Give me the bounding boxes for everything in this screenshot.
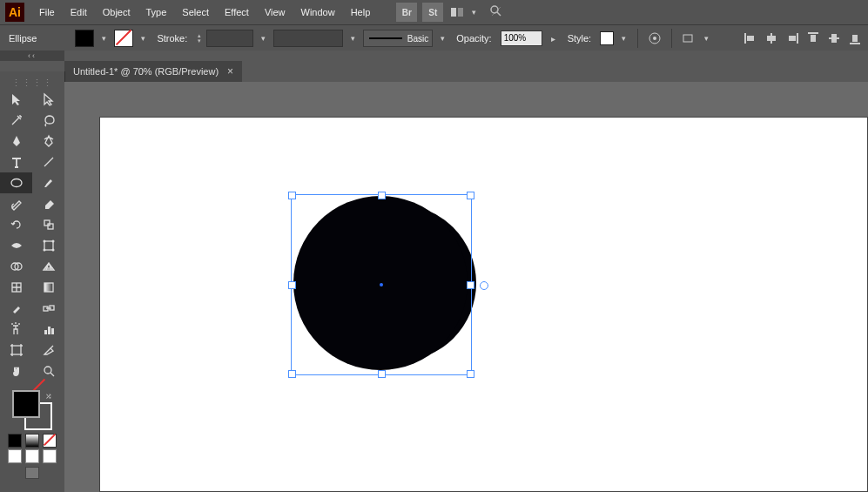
pen-tool[interactable]: [0, 131, 32, 152]
resize-handle-bottom-mid[interactable]: [378, 370, 386, 378]
draw-normal-icon[interactable]: [8, 449, 22, 463]
align-to-icon[interactable]: [681, 30, 696, 46]
resize-handle-top-mid[interactable]: [378, 192, 386, 199]
menu-help[interactable]: Help: [343, 0, 379, 24]
curvature-tool[interactable]: [32, 131, 64, 152]
chevron-down-icon[interactable]: ▾: [351, 34, 355, 43]
eyedropper-tool[interactable]: [0, 298, 32, 319]
magic-wand-tool[interactable]: [0, 110, 32, 131]
menu-view[interactable]: View: [257, 0, 293, 24]
opacity-field[interactable]: 100%: [501, 30, 542, 46]
align-hcenter-icon[interactable]: [764, 30, 779, 46]
align-right-icon[interactable]: [784, 30, 800, 46]
svg-point-24: [51, 240, 54, 243]
resize-handle-mid-left[interactable]: [288, 281, 296, 289]
menu-effect[interactable]: Effect: [217, 0, 257, 24]
menu-window[interactable]: Window: [293, 0, 343, 24]
draw-mode-row: [0, 449, 64, 463]
resize-handle-top-right[interactable]: [467, 192, 474, 199]
panel-grip-icon[interactable]: ⋮⋮⋮⋮: [0, 78, 64, 89]
fill-stroke-indicator[interactable]: ⤮: [12, 390, 52, 430]
draw-inside-icon[interactable]: [43, 449, 57, 463]
chevron-down-icon[interactable]: ▾: [622, 34, 626, 43]
svg-line-3: [497, 12, 501, 16]
pencil-tool[interactable]: [0, 193, 32, 214]
workspace-switcher[interactable]: ▾: [451, 6, 476, 18]
graphic-style-swatch[interactable]: [600, 31, 614, 45]
free-transform-tool[interactable]: [32, 235, 64, 256]
hand-tool[interactable]: [0, 361, 32, 381]
canvas-area[interactable]: [64, 82, 868, 492]
mesh-tool[interactable]: [0, 277, 32, 298]
menu-object[interactable]: Object: [95, 0, 138, 24]
document-tab[interactable]: Untitled-1* @ 70% (RGB/Preview) ×: [64, 61, 242, 82]
stroke-weight-stepper[interactable]: ▴▾: [198, 33, 201, 44]
stroke-swatch[interactable]: [114, 30, 133, 47]
opacity-flyout-icon[interactable]: ▸: [551, 34, 555, 44]
color-mode-none[interactable]: [43, 434, 57, 448]
gradient-tool[interactable]: [32, 277, 64, 298]
resize-handle-top-left[interactable]: [288, 192, 296, 199]
document-tab-title: Untitled-1* @ 70% (RGB/Preview): [73, 61, 219, 82]
panel-collapse-handle[interactable]: ‹‹: [0, 51, 64, 61]
menu-select[interactable]: Select: [174, 0, 217, 24]
eraser-tool[interactable]: [32, 193, 64, 214]
color-mode-gradient[interactable]: [25, 434, 39, 448]
artboard[interactable]: [99, 117, 868, 492]
draw-behind-icon[interactable]: [25, 449, 39, 463]
chevron-down-icon[interactable]: ▾: [261, 34, 266, 43]
selection-center-point: [380, 283, 383, 286]
variable-width-profile[interactable]: [273, 30, 343, 47]
color-mode-solid[interactable]: [8, 434, 22, 448]
ellipse-tool[interactable]: [0, 172, 32, 193]
stroke-weight-field[interactable]: [206, 30, 253, 47]
scale-tool[interactable]: [32, 214, 64, 235]
search-docs-icon[interactable]: [488, 3, 504, 21]
color-mode-row: [0, 434, 64, 448]
blend-tool[interactable]: [32, 298, 64, 319]
type-tool[interactable]: [0, 152, 32, 172]
align-left-icon[interactable]: [743, 30, 758, 46]
resize-handle-mid-right[interactable]: [467, 281, 474, 289]
selection-bounding-box[interactable]: [291, 194, 472, 375]
resize-handle-bottom-left[interactable]: [288, 370, 296, 378]
column-graph-tool[interactable]: [32, 319, 64, 340]
shape-builder-tool[interactable]: [0, 256, 32, 277]
artboard-tool[interactable]: [0, 340, 32, 361]
align-bottom-icon[interactable]: [847, 30, 863, 46]
menu-file[interactable]: File: [31, 0, 63, 24]
resize-handle-bottom-right[interactable]: [467, 370, 474, 378]
fill-swatch[interactable]: [75, 30, 94, 47]
recolor-icon[interactable]: [647, 30, 663, 46]
zoom-tool[interactable]: [32, 361, 64, 381]
paintbrush-tool[interactable]: [32, 172, 64, 193]
slice-tool[interactable]: [32, 340, 64, 361]
bridge-icon[interactable]: Br: [396, 3, 417, 22]
perspective-grid-tool[interactable]: [32, 256, 64, 277]
selection-tool[interactable]: [0, 89, 32, 110]
line-tool[interactable]: [32, 152, 64, 172]
stock-icon[interactable]: St: [422, 3, 443, 22]
lasso-tool[interactable]: [32, 110, 64, 131]
direct-selection-tool[interactable]: [32, 89, 64, 110]
fill-indicator[interactable]: [12, 390, 40, 418]
align-vcenter-icon[interactable]: [826, 30, 842, 46]
svg-point-25: [43, 249, 45, 252]
symbol-sprayer-tool[interactable]: [0, 319, 32, 340]
menu-edit[interactable]: Edit: [63, 0, 95, 24]
align-top-icon[interactable]: [805, 30, 821, 46]
close-icon[interactable]: ×: [227, 61, 233, 82]
svg-rect-8: [747, 36, 754, 41]
chevron-down-icon[interactable]: ▾: [102, 34, 106, 43]
pie-widget-handle[interactable]: [480, 281, 488, 290]
brush-definition[interactable]: Basic: [363, 30, 433, 47]
swap-fill-stroke-icon[interactable]: ⤮: [45, 392, 52, 401]
menu-type[interactable]: Type: [138, 0, 175, 24]
width-tool[interactable]: [0, 235, 32, 256]
chevron-down-icon[interactable]: ▾: [141, 34, 145, 43]
rotate-tool[interactable]: [0, 214, 32, 235]
screen-mode-button[interactable]: [25, 467, 39, 479]
chevron-down-icon[interactable]: ▾: [704, 34, 709, 43]
chevron-down-icon[interactable]: ▾: [441, 34, 445, 43]
svg-rect-20: [44, 220, 50, 226]
